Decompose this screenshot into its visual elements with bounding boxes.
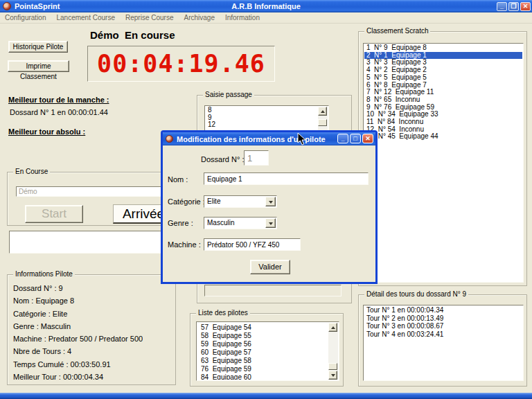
race-clock: 00:04:19.46 xyxy=(97,50,265,78)
menu-information[interactable]: Information xyxy=(225,14,260,21)
dossard-field[interactable] xyxy=(244,150,269,166)
tour-item[interactable]: Tour N° 1 en 00:00:04.34 xyxy=(364,306,522,314)
pilote-item[interactable]: 57 Equipage 54 xyxy=(197,323,328,332)
saisie-passage-item[interactable]: 8 xyxy=(206,107,318,114)
menu-bar: Configuration Lancement Course Reprise C… xyxy=(0,12,532,24)
restore-icon[interactable]: ❐ xyxy=(508,2,519,11)
tour-item[interactable]: Tour N° 2 en 00:00:13.49 xyxy=(364,314,522,323)
dialog-icon xyxy=(166,135,173,143)
classement-item[interactable]: 13 N° 45 Equipage 44 xyxy=(364,133,522,141)
nom-field[interactable] xyxy=(204,172,369,185)
pilot-info-line: Nbre de Tours : 4 xyxy=(13,348,143,355)
liste-pilotes-list[interactable]: 57 Equipage 5458 Equipage 5559 Equipage … xyxy=(196,321,339,381)
race-name-input[interactable] xyxy=(16,186,168,197)
genre-value: Masculin xyxy=(207,219,234,227)
modification-pilote-dialog: Modification des informations d'un pilot… xyxy=(161,130,378,284)
best-lap-manche-value: Dossard N° 1 en 00:00:01.44 xyxy=(10,108,108,116)
saisie-passage-item[interactable]: 12 xyxy=(206,121,318,129)
dropdown-arrow-icon[interactable] xyxy=(265,218,276,228)
pilot-info-line: Catégorie : Elite xyxy=(13,310,143,318)
app-icon xyxy=(3,2,11,10)
liste-pilotes-title: Liste des pilotes xyxy=(196,309,250,317)
window-title: PointaSprint xyxy=(15,2,60,10)
scroll-up-icon[interactable] xyxy=(328,323,337,332)
dropdown-arrow-icon[interactable] xyxy=(265,197,276,206)
classement-item[interactable]: 5 N° 5 Equipage 5 xyxy=(364,74,522,82)
informations-pilote-group: Informations Pilote Dossard N° : 9Nom : … xyxy=(7,274,176,385)
valider-button[interactable]: Valider xyxy=(250,260,290,274)
genre-label: Genre : xyxy=(168,219,193,227)
dialog-close-icon[interactable]: ✕ xyxy=(362,134,373,143)
pilote-item[interactable]: 59 Equipage 56 xyxy=(197,340,328,348)
genre-select[interactable]: Masculin xyxy=(204,217,277,229)
pilot-info-line: Dossard N° : 9 xyxy=(13,285,143,292)
pilote-item[interactable]: 60 Equipage 57 xyxy=(197,348,328,357)
saisie-passage-title: Saisie passage xyxy=(203,91,254,98)
tour-item[interactable]: Tour N° 4 en 00:03:24.41 xyxy=(364,330,522,339)
pilot-info-line: Genre : Masculin xyxy=(13,323,143,330)
informations-pilote-title: Informations Pilote xyxy=(13,270,75,278)
nom-label: Nom : xyxy=(168,175,188,184)
categorie-value: Elite xyxy=(207,197,220,205)
tour-item[interactable]: Tour N° 3 en 00:00:08.67 xyxy=(364,322,522,330)
scroll-thumb[interactable] xyxy=(328,363,337,370)
best-lap-manche-label: Meilleur tour de la manche : xyxy=(8,96,109,104)
saisie-passage-item[interactable]: 9 xyxy=(206,114,318,122)
minimize-icon[interactable]: _ xyxy=(497,2,507,11)
best-lap-absolu-label: Meilleur tour absolu : xyxy=(8,127,85,136)
saisie-passage-footer-panel xyxy=(204,285,342,296)
liste-pilotes-group: Liste des pilotes 57 Equipage 5458 Equip… xyxy=(190,313,344,387)
pilot-info-line: Temps Cumulé : 00:03:50.91 xyxy=(13,361,143,369)
scroll-up-icon[interactable] xyxy=(318,107,327,116)
pilot-info-line: Nom : Equipage 8 xyxy=(13,297,143,305)
classement-scratch-group: Classement Scratch 1 N° 9 Equipage 82 N°… xyxy=(358,31,527,286)
pilot-info-line: Machine : Predator 500 / Predator 500 xyxy=(13,335,143,343)
scroll-thumb[interactable] xyxy=(318,119,327,126)
pilotes-scrollbar[interactable] xyxy=(328,323,338,380)
machine-field[interactable] xyxy=(204,238,301,251)
title-bar[interactable]: PointaSprint A.R.B Informatique _ ❐ ✕ xyxy=(0,0,532,12)
pilot-info-line: Meilleur Tour : 00:00:04.34 xyxy=(13,373,143,381)
menu-archivage[interactable]: Archivage xyxy=(184,14,214,21)
en-course-title: En Course xyxy=(13,168,50,175)
menu-lancement-course[interactable]: Lancement Course xyxy=(56,14,115,21)
dialog-minimize-icon[interactable]: _ xyxy=(337,134,348,143)
menu-configuration[interactable]: Configuration xyxy=(5,14,46,21)
pilote-item[interactable]: 58 Equipage 55 xyxy=(197,332,328,340)
dossard-label: Dossard N° : xyxy=(201,155,244,163)
pilote-item[interactable]: 84 Equipage 60 xyxy=(197,373,328,380)
menu-reprise-course[interactable]: Reprise Course xyxy=(125,14,173,21)
brand-title: A.R.B Informatique xyxy=(0,2,532,10)
start-button[interactable]: Start xyxy=(25,205,83,223)
dialog-title-bar[interactable]: Modification des informations d'un pilot… xyxy=(163,132,375,145)
race-clock-panel: 00:04:19.46 xyxy=(87,46,275,82)
detail-tours-group: Détail des tours du dossard N° 9 Tour N°… xyxy=(358,294,527,387)
detail-tours-title: Détail des tours du dossard N° 9 xyxy=(364,290,468,298)
mouse-cursor-icon xyxy=(297,132,306,145)
en-course-group: En Course Start Arrivée xyxy=(7,172,173,226)
categorie-select[interactable]: Elite xyxy=(204,195,277,208)
scroll-down-icon[interactable] xyxy=(328,371,337,380)
classement-scratch-list[interactable]: 1 N° 9 Equipage 82 N° 1 Equipage 13 N° 3… xyxy=(363,43,524,283)
window-bottom-frame xyxy=(0,393,532,399)
race-status-heading: Démo En course xyxy=(90,29,175,41)
imprime-classement-button[interactable]: Imprime Classement xyxy=(8,60,69,72)
application-window: PointaSprint A.R.B Informatique _ ❐ ✕ Co… xyxy=(0,0,532,399)
historique-pilote-button[interactable]: Historique Pilote xyxy=(8,41,68,53)
classement-scratch-title: Classement Scratch xyxy=(364,27,430,35)
detail-tours-list[interactable]: Tour N° 1 en 00:00:04.34Tour N° 2 en 00:… xyxy=(363,305,524,381)
categorie-label: Catégorie : xyxy=(168,197,205,206)
pilote-item[interactable]: 63 Equipage 58 xyxy=(197,357,328,365)
close-icon[interactable]: ✕ xyxy=(520,2,531,11)
dialog-maximize-icon[interactable]: □ xyxy=(350,134,361,143)
pilote-item[interactable]: 76 Equipage 59 xyxy=(197,365,328,373)
message-box xyxy=(9,231,173,254)
machine-label: Machine : xyxy=(168,240,201,249)
